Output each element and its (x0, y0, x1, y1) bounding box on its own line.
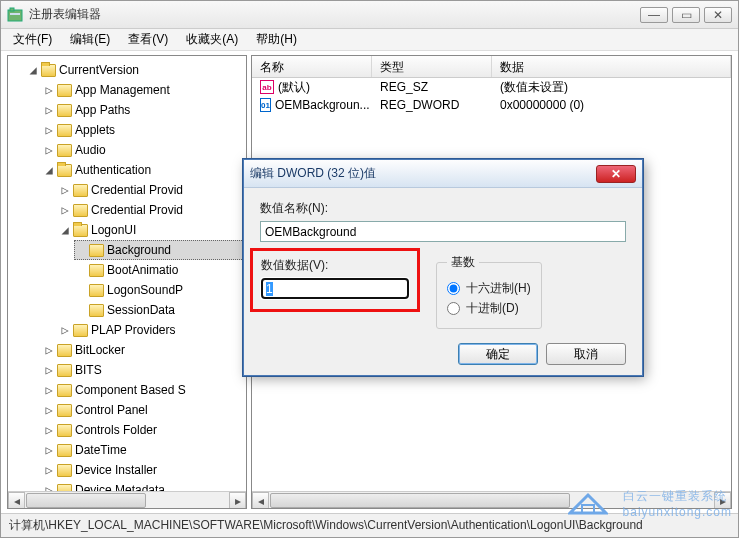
scroll-right-icon[interactable]: ▸ (229, 492, 246, 509)
dialog-titlebar[interactable]: 编辑 DWORD (32 位)值 ✕ (244, 160, 642, 188)
registry-tree[interactable]: ◢CurrentVersion ▷App Management ▷App Pat… (8, 56, 246, 491)
folder-icon (73, 324, 88, 337)
folder-icon (57, 104, 72, 117)
expand-icon[interactable]: ▷ (44, 421, 54, 439)
expand-icon[interactable]: ▷ (44, 481, 54, 491)
column-type[interactable]: 类型 (372, 56, 492, 77)
scroll-left-icon[interactable]: ◂ (8, 492, 25, 509)
dialog-title: 编辑 DWORD (32 位)值 (250, 165, 596, 182)
scroll-thumb[interactable] (26, 493, 146, 508)
tree-pane: ◢CurrentVersion ▷App Management ▷App Pat… (7, 55, 247, 509)
tree-node[interactable]: BootAnimatio (107, 261, 178, 279)
svg-rect-1 (10, 8, 14, 11)
tree-node-logonui[interactable]: LogonUI (91, 221, 136, 239)
collapse-icon[interactable]: ◢ (44, 161, 54, 179)
list-hscrollbar[interactable]: ◂ ▸ (252, 491, 731, 508)
menu-file[interactable]: 文件(F) (5, 29, 60, 50)
tree-node[interactable]: PLAP Providers (91, 321, 176, 339)
radix-dec[interactable]: 十进制(D) (447, 300, 531, 317)
list-item[interactable]: 01OEMBackgroun... REG_DWORD 0x00000000 (… (252, 96, 731, 114)
expand-icon[interactable]: ▷ (60, 201, 70, 219)
folder-icon (57, 124, 72, 137)
scroll-left-icon[interactable]: ◂ (252, 492, 269, 509)
regedit-icon (7, 7, 23, 23)
tree-node[interactable]: Component Based S (75, 381, 186, 399)
tree-node[interactable]: BITS (75, 361, 102, 379)
window-title: 注册表编辑器 (29, 6, 640, 23)
collapse-icon[interactable]: ◢ (28, 61, 38, 79)
column-name[interactable]: 名称 (252, 56, 372, 77)
tree-node[interactable]: LogonSoundP (107, 281, 183, 299)
expand-icon[interactable]: ▷ (60, 181, 70, 199)
value-name-input[interactable] (260, 221, 626, 242)
expand-icon[interactable]: ▷ (44, 81, 54, 99)
tree-node[interactable]: SessionData (107, 301, 175, 319)
tree-node[interactable]: Applets (75, 121, 115, 139)
folder-icon (57, 144, 72, 157)
tree-node[interactable]: Device Installer (75, 461, 157, 479)
folder-icon (89, 284, 104, 297)
expand-icon[interactable]: ▷ (44, 461, 54, 479)
expand-icon[interactable]: ▷ (44, 361, 54, 379)
expand-icon[interactable]: ▷ (44, 401, 54, 419)
menu-view[interactable]: 查看(V) (120, 29, 176, 50)
column-data[interactable]: 数据 (492, 56, 731, 77)
radix-hex[interactable]: 十六进制(H) (447, 280, 531, 297)
cancel-button[interactable]: 取消 (546, 343, 626, 365)
tree-node-background[interactable]: Background (107, 241, 171, 259)
tree-node[interactable]: Credential Provid (91, 181, 183, 199)
svg-rect-2 (10, 13, 20, 15)
value-data: 0x00000000 (0) (492, 98, 731, 112)
close-button[interactable]: ✕ (704, 7, 732, 23)
tree-node-currentversion[interactable]: CurrentVersion (59, 61, 139, 79)
minimize-button[interactable]: — (640, 7, 668, 23)
list-item[interactable]: ab(默认) REG_SZ (数值未设置) (252, 78, 731, 96)
folder-icon (57, 424, 72, 437)
expand-icon[interactable]: ▷ (60, 321, 70, 339)
edit-dword-dialog: 编辑 DWORD (32 位)值 ✕ 数值名称(N): 数值数据(V): 基数 … (243, 159, 643, 376)
value-data-input[interactable] (261, 278, 409, 299)
tree-node[interactable]: App Paths (75, 101, 130, 119)
expand-icon[interactable]: ▷ (44, 121, 54, 139)
tree-node[interactable]: Control Panel (75, 401, 148, 419)
expand-icon[interactable]: ▷ (44, 141, 54, 159)
radix-legend: 基数 (447, 254, 479, 271)
value-name: OEMBackgroun... (275, 98, 370, 112)
maximize-button[interactable]: ▭ (672, 7, 700, 23)
folder-icon (57, 384, 72, 397)
tree-node[interactable]: Audio (75, 141, 106, 159)
folder-icon (73, 204, 88, 217)
ok-button[interactable]: 确定 (458, 343, 538, 365)
expand-icon[interactable]: ▷ (44, 441, 54, 459)
tree-node[interactable]: BitLocker (75, 341, 125, 359)
dialog-close-button[interactable]: ✕ (596, 165, 636, 183)
scroll-thumb[interactable] (270, 493, 570, 508)
folder-icon (73, 184, 88, 197)
menu-edit[interactable]: 编辑(E) (62, 29, 118, 50)
tree-hscrollbar[interactable]: ◂ ▸ (8, 491, 246, 508)
folder-icon (57, 404, 72, 417)
value-type: REG_SZ (372, 80, 492, 94)
value-data-highlight: 数值数据(V): (250, 248, 420, 312)
folder-icon (57, 364, 72, 377)
radix-dec-radio[interactable] (447, 302, 460, 315)
listview-header: 名称 类型 数据 (252, 56, 731, 78)
value-name: (默认) (278, 79, 310, 96)
folder-icon (57, 444, 72, 457)
tree-node[interactable]: DateTime (75, 441, 127, 459)
folder-icon (41, 64, 56, 77)
tree-node[interactable]: App Management (75, 81, 170, 99)
tree-node[interactable]: Device Metadata (75, 481, 165, 491)
menu-favorites[interactable]: 收藏夹(A) (178, 29, 246, 50)
expand-icon[interactable]: ▷ (44, 381, 54, 399)
collapse-icon[interactable]: ◢ (60, 221, 70, 239)
expand-icon[interactable]: ▷ (44, 341, 54, 359)
menu-help[interactable]: 帮助(H) (248, 29, 305, 50)
dword-value-icon: 01 (260, 98, 271, 112)
tree-node[interactable]: Credential Provid (91, 201, 183, 219)
tree-node[interactable]: Controls Folder (75, 421, 157, 439)
scroll-right-icon[interactable]: ▸ (714, 492, 731, 509)
radix-hex-radio[interactable] (447, 282, 460, 295)
tree-node-authentication[interactable]: Authentication (75, 161, 151, 179)
expand-icon[interactable]: ▷ (44, 101, 54, 119)
